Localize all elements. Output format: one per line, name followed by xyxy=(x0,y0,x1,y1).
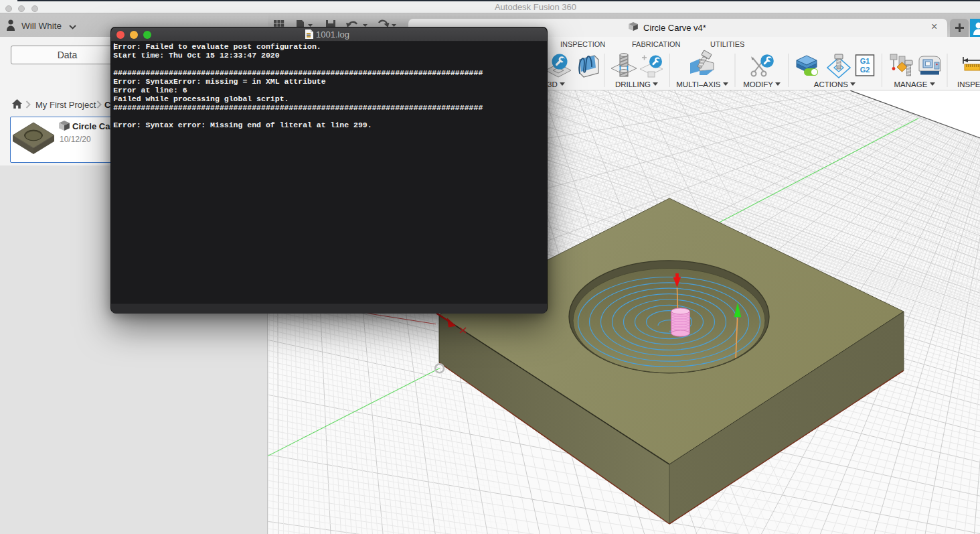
svg-text:G1: G1 xyxy=(860,57,870,65)
svg-text:G2: G2 xyxy=(860,66,870,74)
